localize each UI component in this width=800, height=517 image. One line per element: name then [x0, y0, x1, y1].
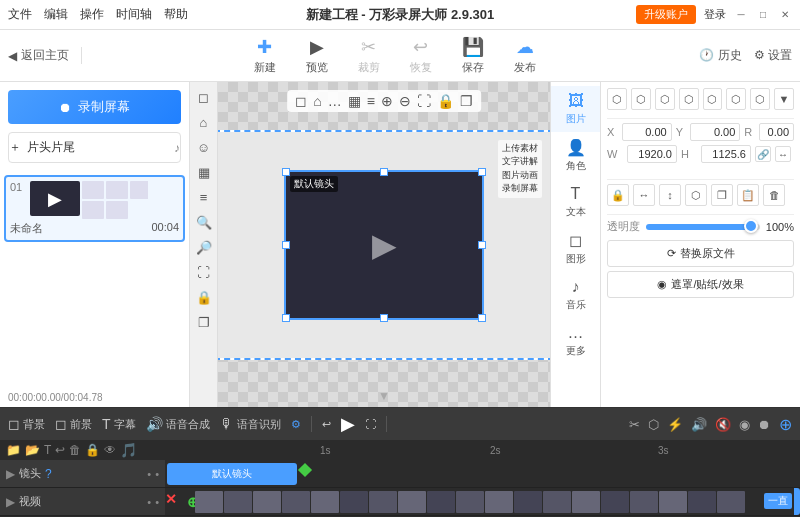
resize-handle-bc[interactable] — [380, 314, 388, 322]
panel-tab-shape[interactable]: ◻ 图形 — [551, 225, 600, 272]
track-delete-icon[interactable]: 🗑 — [69, 443, 81, 457]
tool-ratio[interactable]: ⛶ — [192, 261, 216, 283]
lens-expand-btn[interactable]: ▶ — [6, 467, 15, 481]
ct-zoomin-icon[interactable]: ⊕ — [381, 93, 393, 109]
track-eye-icon[interactable]: 👁 — [104, 443, 116, 457]
opacity-slider[interactable] — [646, 224, 760, 230]
panel-tab-image[interactable]: 🖼 图片 — [551, 86, 600, 132]
menu-file[interactable]: 文件 — [8, 6, 32, 23]
tl-audio-icon[interactable]: 🔊 — [691, 417, 707, 432]
ct-smiley-icon[interactable]: … — [328, 93, 342, 109]
tl-bg-btn[interactable]: ◻ 背景 — [8, 416, 45, 432]
ct-lock2-icon[interactable]: 🔒 — [437, 93, 454, 109]
tl-mute-icon[interactable]: 🔇 — [715, 417, 731, 432]
tl-undo-btn[interactable]: ↩ — [322, 418, 331, 431]
tool-lines[interactable]: ≡ — [192, 186, 216, 208]
menu-edit[interactable]: 编辑 — [44, 6, 68, 23]
tl-speed-icon[interactable]: ⚡ — [667, 417, 683, 432]
flip-btn[interactable]: ↔ — [775, 146, 791, 162]
ct-home-icon[interactable]: ⌂ — [313, 93, 321, 109]
track-audio-wave[interactable]: 🎵 — [120, 442, 137, 458]
crop-button[interactable]: ✂ 裁剪 — [351, 36, 387, 75]
ct-select-icon[interactable]: ◻ — [295, 93, 307, 109]
settings-button[interactable]: ⚙ 设置 — [754, 47, 792, 64]
resize-handle-bl[interactable] — [282, 314, 290, 322]
tool-bar-chart[interactable]: ▦ — [192, 161, 216, 183]
tool-lock[interactable]: 🔒 — [192, 286, 216, 308]
tl-tts-btn[interactable]: 🔊 语音合成 — [146, 416, 210, 432]
tl-add-track-btn[interactable]: ⊕ — [779, 415, 792, 434]
tl-setting-icon-btn[interactable]: ⚙ — [291, 418, 301, 431]
history-button[interactable]: 🕐 历史 — [699, 47, 741, 64]
video-dot-btn[interactable]: • — [147, 496, 151, 508]
lens-dot-btn[interactable]: • — [147, 468, 151, 480]
restore-button[interactable]: ↩ 恢复 — [403, 36, 439, 75]
resize-handle-tc[interactable] — [380, 168, 388, 176]
publish-button[interactable]: ☁ 发布 — [507, 36, 543, 75]
tl-color-icon[interactable]: ◉ — [739, 417, 750, 432]
tl-split-icon[interactable]: ✂ — [629, 417, 640, 432]
menu-timeline[interactable]: 时间轴 — [116, 6, 152, 23]
menu-help[interactable]: 帮助 — [164, 6, 188, 23]
distribute-h-btn[interactable]: ⬡ — [726, 88, 746, 110]
resize-handle-tr[interactable] — [478, 168, 486, 176]
tl-subtitle-btn[interactable]: T 字幕 — [102, 416, 136, 432]
menu-operation[interactable]: 操作 — [80, 6, 104, 23]
lens-dot2-btn[interactable]: • — [155, 468, 159, 480]
tool-home[interactable]: ⌂ — [192, 111, 216, 133]
tool-smile[interactable]: ☺ — [192, 136, 216, 158]
video-dot2-btn[interactable]: • — [155, 496, 159, 508]
delete-btn[interactable]: 🗑 — [763, 184, 785, 206]
paste-btn[interactable]: 📋 — [737, 184, 759, 206]
track-undo-icon[interactable]: ↩ — [55, 443, 65, 457]
save-button[interactable]: 💾 保存 — [455, 36, 491, 75]
upgrade-button[interactable]: 升级账户 — [636, 5, 696, 24]
panel-tab-role[interactable]: 👤 角色 — [551, 132, 600, 179]
track-lock-icon[interactable]: 🔒 — [85, 443, 100, 457]
ct-line-icon[interactable]: ≡ — [367, 93, 375, 109]
tl-fg-btn[interactable]: ◻ 前景 — [55, 416, 92, 432]
clip-header-button[interactable]: ＋ 片头片尾 ♪ — [8, 132, 181, 163]
panel-tab-music[interactable]: ♪ 音乐 — [551, 272, 600, 318]
video-expand-btn[interactable]: ▶ — [6, 495, 15, 509]
track-t-icon[interactable]: T — [44, 443, 51, 457]
minimize-button[interactable]: ─ — [734, 8, 748, 22]
lock-btn[interactable]: 🔒 — [607, 184, 629, 206]
lens-clip[interactable]: 默认镜头 — [167, 463, 297, 485]
replace-file-btn[interactable]: ⟳ 替换原文件 — [607, 240, 794, 267]
record-screen-button[interactable]: ⏺ 录制屏幕 — [8, 90, 181, 124]
track-folder-icon[interactable]: 📁 — [6, 443, 21, 457]
tl-merge-icon[interactable]: ⬡ — [648, 417, 659, 432]
login-button[interactable]: 登录 — [704, 7, 726, 22]
tool-select[interactable]: ◻ — [192, 86, 216, 108]
ct-fit-icon[interactable]: ⛶ — [417, 93, 431, 109]
copy2-btn[interactable]: ❐ — [711, 184, 733, 206]
opacity-thumb[interactable] — [744, 219, 758, 233]
tl-expand-btn[interactable]: ⛶ — [365, 418, 376, 430]
distribute-v-btn[interactable]: ⬡ — [750, 88, 770, 110]
close-button[interactable]: ✕ — [778, 8, 792, 22]
preview-button[interactable]: ▶ 预览 — [299, 36, 335, 75]
canvas-area[interactable]: ◻ ⌂ … ▦ ≡ ⊕ ⊖ ⛶ 🔒 ❐ 默认镜头 ▶ — [218, 82, 550, 407]
back-home-button[interactable]: ◀ 返回主页 — [8, 47, 82, 64]
video-track-content[interactable]: ✕ ⊕ — [165, 488, 800, 515]
video-clip-strip[interactable] — [195, 491, 775, 513]
y-input[interactable] — [690, 123, 740, 141]
w-input[interactable] — [627, 145, 677, 163]
track-add-icon[interactable]: 📂 — [25, 443, 40, 457]
tl-play-btn[interactable]: ▶ — [341, 413, 355, 435]
resize-handle-br[interactable] — [478, 314, 486, 322]
panel-tab-text[interactable]: T 文本 — [551, 179, 600, 225]
tool-zoom-in[interactable]: 🔍 — [192, 211, 216, 233]
tl-asr-btn[interactable]: 🎙 语音识别 — [220, 416, 281, 432]
lens-help-btn[interactable]: ? — [45, 467, 52, 481]
ct-copy-icon[interactable]: ❐ — [460, 93, 473, 109]
layer-btn[interactable]: ⬡ — [685, 184, 707, 206]
ct-zoomout-icon[interactable]: ⊖ — [399, 93, 411, 109]
effect-btn[interactable]: ◉ 遮罩/贴纸/效果 — [607, 271, 794, 298]
more-align-btn[interactable]: ▼ — [774, 88, 794, 110]
panel-tab-more[interactable]: … 更多 — [551, 318, 600, 364]
resize-handle-mr[interactable] — [478, 241, 486, 249]
tl-record-icon[interactable]: ⏺ — [758, 417, 771, 432]
lock-ratio-btn[interactable]: 🔗 — [755, 146, 771, 162]
